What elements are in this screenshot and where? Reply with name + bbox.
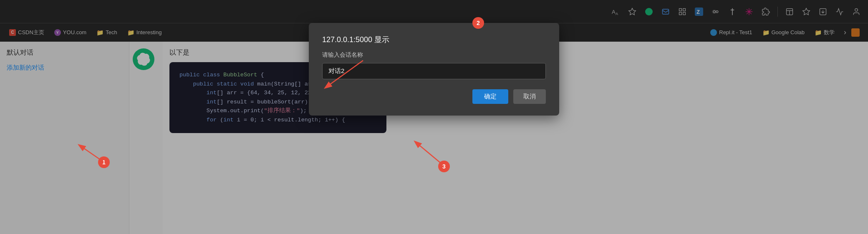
annotation-badge-2: 2 bbox=[472, 17, 484, 29]
page-wrapper: A A bbox=[0, 0, 868, 234]
modal-input-label: 请输入会话名称 bbox=[322, 51, 546, 59]
modal-dialog: 127.0.0.1:5000 显示 请输入会话名称 确定 取消 2 bbox=[309, 23, 559, 116]
modal-title: 127.0.0.1:5000 显示 bbox=[322, 35, 546, 45]
session-name-input[interactable] bbox=[322, 63, 546, 79]
cancel-button[interactable]: 取消 bbox=[513, 89, 546, 104]
modal-buttons: 确定 取消 bbox=[322, 89, 546, 104]
modal-overlay: 127.0.0.1:5000 显示 请输入会话名称 确定 取消 2 bbox=[0, 0, 868, 234]
confirm-button[interactable]: 确定 bbox=[472, 89, 508, 104]
